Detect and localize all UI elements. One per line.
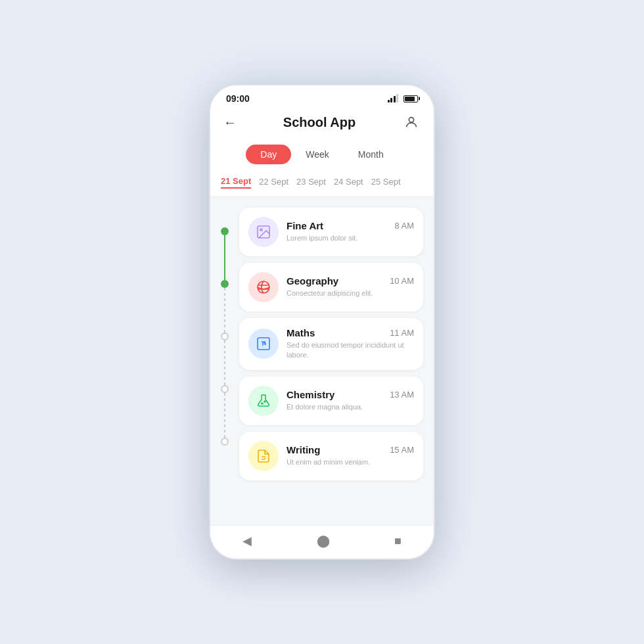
tab-day[interactable]: Day — [246, 145, 291, 164]
geography-desc: Consectetur adipiscing elit. — [287, 288, 414, 298]
timeline — [210, 208, 239, 515]
header: ← School App — [210, 108, 434, 139]
svg-point-3 — [258, 281, 269, 293]
maths-time: 11 AM — [390, 328, 414, 338]
content-area: Fine Art 8 AM Lorem ipsum dolor sit. — [210, 197, 434, 525]
date-23sept[interactable]: 23 Sept — [296, 175, 326, 188]
svg-point-5 — [262, 403, 263, 404]
fine-art-title: Fine Art — [287, 220, 323, 231]
svg-point-6 — [264, 401, 265, 402]
svg-point-2 — [260, 229, 262, 231]
tab-selector: Day Week Month — [210, 139, 434, 172]
page-title: School App — [283, 115, 356, 130]
date-21sept[interactable]: 21 Sept — [221, 175, 251, 189]
timeline-dot-5 — [221, 438, 229, 446]
geography-time: 10 AM — [390, 276, 414, 286]
back-button[interactable]: ← — [223, 115, 237, 130]
battery-icon — [403, 95, 418, 103]
maths-desc: Sed do eiusmod tempor incididunt ut labo… — [287, 340, 414, 361]
bottom-nav: ◀ ⬤ ■ — [210, 525, 434, 559]
date-24sept[interactable]: 24 Sept — [334, 175, 363, 188]
signal-icon — [388, 95, 399, 103]
geography-title: Geography — [287, 275, 338, 287]
maths-icon — [248, 329, 279, 359]
profile-icon[interactable] — [402, 113, 421, 131]
schedule-card-geography[interactable]: Geography 10 AM Consectetur adipiscing e… — [239, 263, 423, 311]
writing-icon — [248, 441, 279, 471]
tab-week[interactable]: Week — [291, 145, 344, 164]
writing-title: Writing — [287, 444, 320, 455]
tab-month[interactable]: Month — [344, 145, 398, 164]
date-25sept[interactable]: 25 Sept — [371, 175, 401, 188]
svg-rect-4 — [258, 338, 269, 350]
date-selector: 21 Sept 22 Sept 23 Sept 24 Sept 25 Sept — [210, 172, 434, 197]
chemistry-icon — [248, 386, 279, 416]
timeline-dot-2 — [221, 280, 229, 288]
timeline-dot-1 — [221, 227, 229, 235]
fine-art-time: 8 AM — [394, 221, 414, 231]
schedule-card-writing[interactable]: Writing 15 AM Ut enim ad minim veniam. — [239, 432, 423, 480]
nav-square-button[interactable]: ■ — [394, 534, 402, 548]
nav-home-button[interactable]: ⬤ — [317, 534, 330, 548]
svg-point-0 — [409, 118, 413, 122]
status-icons — [388, 95, 419, 103]
chemistry-time: 13 AM — [390, 390, 414, 400]
writing-desc: Ut enim ad minim veniam. — [287, 457, 414, 467]
schedule-list: Fine Art 8 AM Lorem ipsum dolor sit. — [239, 208, 423, 515]
status-bar: 09:00 — [210, 85, 434, 108]
timeline-dot-4 — [221, 385, 229, 393]
timeline-dot-3 — [221, 333, 229, 340]
nav-back-button[interactable]: ◀ — [242, 534, 252, 548]
geography-icon — [248, 272, 279, 302]
status-time: 09:00 — [226, 93, 250, 104]
writing-time: 15 AM — [390, 445, 414, 455]
date-22sept[interactable]: 22 Sept — [259, 175, 288, 188]
schedule-card-fine-art[interactable]: Fine Art 8 AM Lorem ipsum dolor sit. — [239, 208, 423, 256]
fine-art-icon — [248, 217, 279, 247]
chemistry-desc: Et dolore magna aliqua. — [287, 402, 414, 412]
schedule-card-maths[interactable]: Maths 11 AM Sed do eiusmod tempor incidi… — [239, 318, 423, 370]
phone-frame: 09:00 ← School App Day Week Month — [210, 85, 434, 559]
chemistry-title: Chemistry — [287, 389, 334, 400]
schedule-card-chemistry[interactable]: Chemistry 13 AM Et dolore magna aliqua. — [239, 377, 423, 425]
maths-title: Maths — [287, 327, 315, 338]
fine-art-desc: Lorem ipsum dolor sit. — [287, 233, 414, 243]
